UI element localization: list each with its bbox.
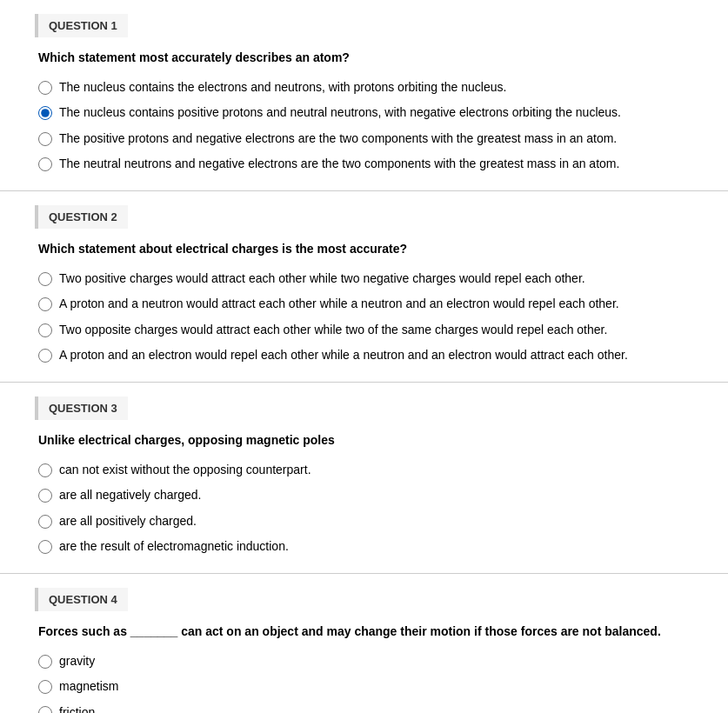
list-item: are the result of electromagnetic induct… bbox=[38, 538, 693, 556]
options-4: gravitymagnetismfrictionall of the above bbox=[38, 653, 693, 714]
radio-q3c[interactable] bbox=[38, 515, 52, 529]
radio-q4b[interactable] bbox=[38, 680, 52, 694]
list-item: Two positive charges would attract each … bbox=[38, 270, 693, 288]
question-label-1: QUESTION 1 bbox=[35, 14, 128, 37]
option-label-q3d[interactable]: are the result of electromagnetic induct… bbox=[59, 538, 289, 556]
list-item: are all positively charged. bbox=[38, 513, 693, 530]
list-item: The nucleus contains positive protons an… bbox=[38, 104, 693, 122]
question-text-2: Which statement about electrical charges… bbox=[38, 241, 693, 258]
list-item: Two opposite charges would attract each … bbox=[38, 322, 693, 339]
radio-q4c[interactable] bbox=[38, 706, 52, 713]
list-item: can not exist without the opposing count… bbox=[38, 462, 693, 479]
list-item: friction bbox=[38, 704, 693, 713]
question-text-3: Unlike electrical charges, opposing magn… bbox=[38, 432, 693, 450]
option-label-q1d[interactable]: The neutral neutrons and negative electr… bbox=[59, 156, 619, 173]
radio-q2b[interactable] bbox=[38, 297, 52, 311]
radio-q1b[interactable] bbox=[38, 106, 52, 120]
option-label-q1b[interactable]: The nucleus contains positive protons an… bbox=[59, 104, 621, 122]
list-item: The positive protons and negative electr… bbox=[38, 130, 693, 148]
list-item: A proton and a neutron would attract eac… bbox=[38, 296, 693, 313]
radio-q2c[interactable] bbox=[38, 323, 52, 337]
question-text-1: Which statement most accurately describe… bbox=[38, 50, 693, 67]
option-label-q4c[interactable]: friction bbox=[59, 704, 95, 713]
radio-q2d[interactable] bbox=[38, 349, 52, 363]
radio-q1d[interactable] bbox=[38, 157, 52, 171]
option-label-q2a[interactable]: Two positive charges would attract each … bbox=[59, 270, 585, 288]
radio-q1c[interactable] bbox=[38, 132, 52, 146]
option-label-q4a[interactable]: gravity bbox=[59, 653, 95, 670]
question-label-3: QUESTION 3 bbox=[35, 396, 128, 420]
radio-q3d[interactable] bbox=[38, 540, 52, 554]
option-label-q1c[interactable]: The positive protons and negative electr… bbox=[59, 130, 617, 148]
question-label-2: QUESTION 2 bbox=[35, 205, 128, 229]
radio-q2a[interactable] bbox=[38, 272, 52, 286]
list-item: The nucleus contains the electrons and n… bbox=[38, 79, 693, 97]
option-label-q3b[interactable]: are all negatively charged. bbox=[59, 487, 201, 504]
option-label-q2d[interactable]: A proton and an electron would repel eac… bbox=[59, 347, 628, 364]
list-item: A proton and an electron would repel eac… bbox=[38, 347, 693, 364]
list-item: gravity bbox=[38, 653, 693, 670]
option-label-q2c[interactable]: Two opposite charges would attract each … bbox=[59, 322, 607, 339]
question-block-1: QUESTION 1Which statement most accuratel… bbox=[0, 0, 728, 191]
radio-q3a[interactable] bbox=[38, 463, 52, 477]
radio-q1a[interactable] bbox=[38, 81, 52, 95]
question-block-2: QUESTION 2Which statement about electric… bbox=[0, 191, 728, 383]
option-label-q3a[interactable]: can not exist without the opposing count… bbox=[59, 462, 311, 479]
radio-q4a[interactable] bbox=[38, 655, 52, 669]
option-label-q1a[interactable]: The nucleus contains the electrons and n… bbox=[59, 79, 506, 97]
list-item: The neutral neutrons and negative electr… bbox=[38, 156, 693, 173]
option-label-q2b[interactable]: A proton and a neutron would attract eac… bbox=[59, 296, 619, 313]
list-item: magnetism bbox=[38, 678, 693, 696]
radio-q3b[interactable] bbox=[38, 489, 52, 503]
options-3: can not exist without the opposing count… bbox=[38, 462, 693, 556]
option-label-q3c[interactable]: are all positively charged. bbox=[59, 513, 197, 530]
options-1: The nucleus contains the electrons and n… bbox=[38, 79, 693, 173]
option-label-q4b[interactable]: magnetism bbox=[59, 678, 118, 696]
list-item: are all negatively charged. bbox=[38, 487, 693, 504]
question-block-4: QUESTION 4Forces such as _______ can act… bbox=[0, 574, 728, 713]
options-2: Two positive charges would attract each … bbox=[38, 270, 693, 364]
question-label-4: QUESTION 4 bbox=[35, 588, 128, 611]
question-block-3: QUESTION 3Unlike electrical charges, opp… bbox=[0, 383, 728, 574]
quiz-container: QUESTION 1Which statement most accuratel… bbox=[0, 0, 728, 713]
question-text-4: Forces such as _______ can act on an obj… bbox=[38, 623, 693, 641]
